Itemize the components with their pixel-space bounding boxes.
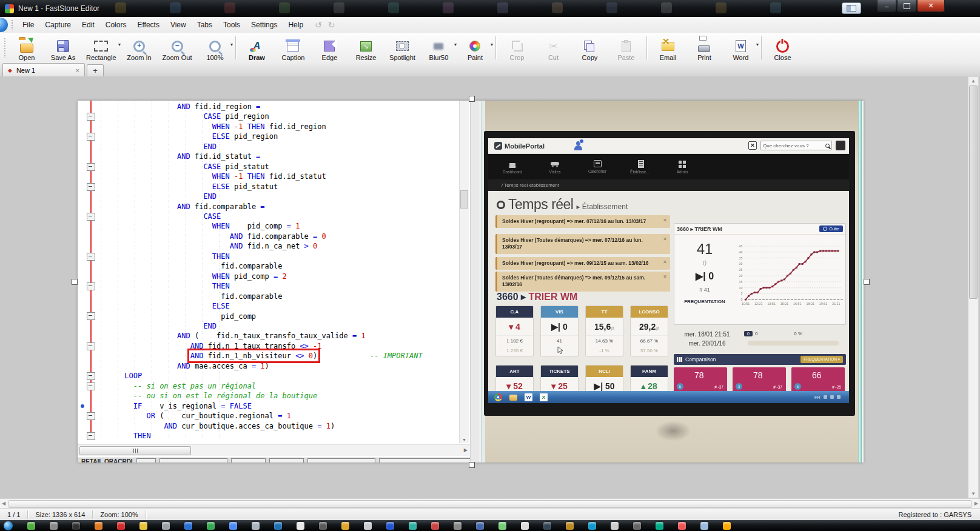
edge-icon — [322, 39, 337, 53]
menu-file[interactable]: File — [17, 18, 39, 32]
paint-icon — [468, 39, 482, 53]
spotlight-button[interactable]: Spotlight — [384, 33, 420, 63]
menu-capture[interactable]: Capture — [39, 18, 76, 32]
scroll-down-icon[interactable]: ▼ — [968, 491, 978, 496]
svg-text:21:21: 21:21 — [832, 302, 840, 306]
chevron-down-icon[interactable]: ▼ — [490, 42, 494, 47]
edited-image: AND fid.id_region = CASE pid_region WHEN… — [78, 101, 864, 463]
minimize-button[interactable]: – — [877, 0, 896, 12]
scrollbar-thumb[interactable] — [969, 85, 978, 299]
menu-tools[interactable]: Tools — [218, 18, 246, 32]
taskbar-app-icon[interactable] — [297, 522, 304, 530]
selection-handle[interactable] — [72, 279, 78, 285]
taskbar-app-icon[interactable] — [476, 522, 484, 530]
taskbar-app-icon[interactable] — [50, 522, 58, 530]
chevron-down-icon[interactable]: ▼ — [756, 42, 760, 47]
menu-colors[interactable]: Colors — [100, 18, 132, 32]
taskbar-app-icon[interactable] — [139, 522, 147, 530]
word-icon: W — [733, 39, 748, 53]
taskbar-app-icon[interactable] — [27, 522, 35, 530]
taskbar-app-icon[interactable] — [611, 522, 619, 530]
selection-handle[interactable] — [864, 279, 870, 285]
canvas-vertical-scrollbar[interactable]: ▲ ▼ — [968, 76, 979, 498]
email-button[interactable]: Email — [649, 33, 686, 63]
taskbar-app-icon[interactable] — [72, 522, 80, 530]
menu-view[interactable]: View — [165, 18, 192, 32]
caption-icon — [286, 39, 300, 53]
taskbar-app-icon[interactable] — [364, 522, 372, 530]
close-button[interactable]: Close — [764, 33, 800, 63]
scroll-left-icon[interactable]: ◀ — [2, 501, 5, 506]
taskbar-app-icon[interactable] — [229, 522, 237, 530]
zoom-100-button[interactable]: 100%▼ — [196, 33, 233, 63]
scroll-up-icon[interactable]: ▲ — [968, 78, 978, 84]
taskbar-app-icon[interactable] — [252, 522, 260, 530]
menu-help[interactable]: Help — [283, 18, 309, 32]
tab-close-icon[interactable]: × — [76, 67, 79, 74]
edge-button[interactable]: Edge — [311, 33, 347, 63]
draw-button[interactable]: ADraw — [238, 33, 275, 63]
blur50-button[interactable]: Blur50▼ — [420, 33, 457, 63]
taskbar-app-icon[interactable] — [207, 522, 215, 530]
menu-effects[interactable]: Effects — [132, 18, 164, 32]
chevron-down-icon[interactable]: ▼ — [230, 42, 234, 47]
maximize-button[interactable] — [897, 0, 916, 12]
fold-minus-icon — [87, 113, 95, 121]
open-button[interactable]: Open — [8, 33, 45, 63]
taskbar-app-icon[interactable] — [498, 522, 506, 530]
svg-text:12:21: 12:21 — [754, 302, 762, 306]
breakpoint-dot — [81, 404, 84, 408]
close-window-button[interactable]: ✕ — [917, 0, 945, 12]
layout-button[interactable] — [842, 2, 861, 14]
selection-handle[interactable] — [469, 96, 475, 102]
taskbar-app-icon[interactable] — [454, 522, 461, 530]
resize-button[interactable]: ↘Resize — [347, 33, 384, 63]
taskbar-app-icon[interactable] — [656, 522, 663, 530]
taskbar-app-icon[interactable] — [184, 522, 192, 530]
taskbar-app-icon[interactable] — [341, 522, 349, 530]
menu-edit[interactable]: Edit — [76, 18, 100, 32]
taskbar-app-icon[interactable] — [543, 522, 551, 530]
redo-icon[interactable]: ↻ — [328, 20, 335, 30]
taskbar-app-icon[interactable] — [566, 522, 574, 530]
rectangle-button[interactable]: Rectangle▼ — [81, 33, 121, 63]
taskbar-app-icon[interactable] — [386, 522, 394, 530]
svg-text:10:51: 10:51 — [742, 302, 750, 306]
word-button[interactable]: WWord▼ — [722, 33, 759, 63]
taskbar-app-icon[interactable] — [678, 522, 686, 530]
copy-button[interactable]: Copy — [571, 33, 608, 63]
start-button[interactable] — [4, 521, 13, 530]
taskbar-app-icon[interactable] — [117, 522, 125, 530]
taskbar-app-icon[interactable] — [319, 522, 327, 530]
taskbar-app-icon[interactable] — [700, 522, 708, 530]
taskbar-app-icon[interactable] — [633, 522, 641, 530]
taskbar-app-icon[interactable] — [723, 522, 731, 530]
zoom-out-button[interactable]: −Zoom Out — [158, 33, 197, 63]
selection-handle[interactable] — [469, 462, 475, 468]
taskbar-app-icon[interactable] — [588, 522, 596, 530]
taskbar-app-icon[interactable] — [274, 522, 282, 530]
zoom-in-button[interactable]: +Zoom In — [121, 33, 158, 63]
taskbar-app-icon[interactable] — [521, 522, 529, 530]
tab-new-1[interactable]: ◆ New 1 × — [2, 63, 85, 76]
scroll-right-icon[interactable]: ▶ — [975, 501, 978, 506]
scrollbar-thumb[interactable] — [8, 500, 972, 508]
save-as-button[interactable]: Save As — [45, 33, 81, 63]
svg-text:10: 10 — [739, 286, 743, 290]
undo-icon[interactable]: ↺ — [315, 20, 322, 30]
caption-button[interactable]: Caption — [275, 33, 311, 63]
maximize-icon — [904, 3, 910, 9]
new-tab-button[interactable]: + — [87, 64, 104, 76]
paint-button[interactable]: Paint▼ — [457, 33, 493, 63]
taskbar-app-icon[interactable] — [409, 522, 417, 530]
title-bar[interactable]: New 1 - FastStone Editor – ✕ — [0, 0, 980, 17]
menu-tabs[interactable]: Tabs — [192, 18, 218, 32]
status-bar: 1 / 1 Size: 1336 x 614 Zoom: 100% Regist… — [0, 508, 980, 521]
photo-right-edge — [858, 101, 864, 463]
draw-icon: A — [249, 39, 264, 53]
taskbar-app-icon[interactable] — [431, 522, 439, 530]
taskbar-app-icon[interactable] — [162, 522, 170, 530]
menu-settings[interactable]: Settings — [246, 18, 283, 32]
taskbar-app-icon[interactable] — [95, 522, 102, 530]
print-button[interactable]: Print — [686, 33, 722, 63]
